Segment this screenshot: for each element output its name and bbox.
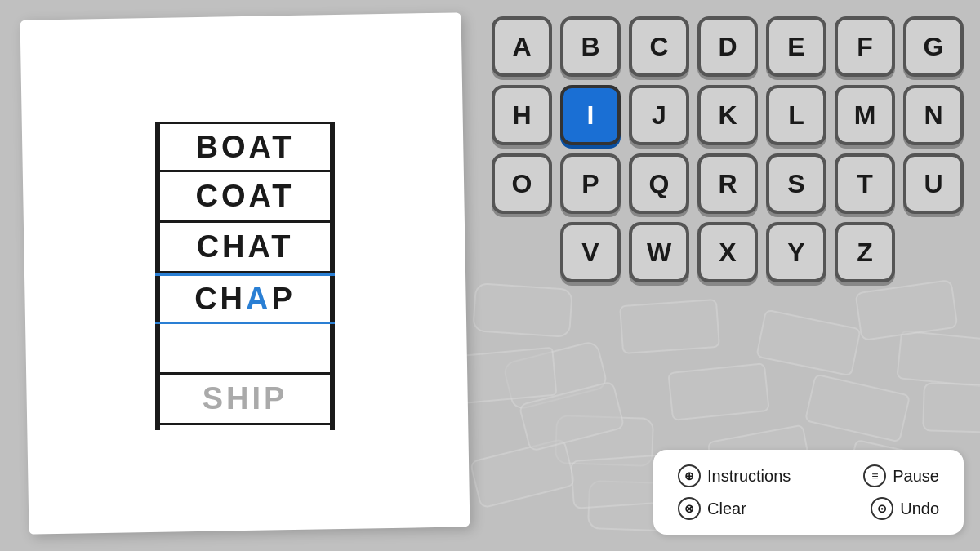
key-row: OPQRSTU	[492, 153, 964, 214]
control-clear[interactable]: ⊗Clear	[678, 497, 746, 520]
bg-tile	[896, 330, 980, 389]
word-row: CHAT	[155, 223, 335, 273]
pause-label: Pause	[893, 467, 939, 486]
word-letter: P	[272, 282, 296, 317]
key-Z[interactable]: Z	[835, 222, 895, 282]
bg-tile	[854, 279, 958, 341]
key-I[interactable]: I	[560, 85, 621, 145]
target-word: SHIP	[203, 381, 288, 416]
clear-label: Clear	[707, 500, 746, 518]
word-row: CHAP	[155, 273, 335, 324]
clear-icon: ⊗	[678, 497, 701, 520]
pause-icon: ≡	[863, 464, 886, 487]
word-letter: H	[220, 282, 246, 317]
word-text: COAT	[196, 179, 295, 214]
paper-panel: BOATCOATCHATCHAPXXXXSHIP	[20, 12, 470, 534]
control-instructions[interactable]: ⊕Instructions	[678, 464, 791, 487]
keyboard-grid: ABCDEFGHIJKLMNOPQRSTUVWXYZ	[492, 16, 964, 282]
ladder-rails: BOATCOATCHATCHAPXXXXSHIP	[155, 122, 335, 425]
key-U[interactable]: U	[903, 153, 964, 214]
key-X[interactable]: X	[697, 222, 758, 282]
key-V[interactable]: V	[560, 222, 621, 282]
bg-tile	[472, 282, 573, 338]
key-D[interactable]: D	[697, 16, 758, 77]
key-row: ABCDEFG	[492, 16, 964, 77]
key-P[interactable]: P	[560, 153, 621, 214]
key-B[interactable]: B	[560, 16, 621, 77]
word-ladder: BOATCOATCHATCHAPXXXXSHIP	[155, 122, 335, 425]
bg-tile	[804, 373, 911, 442]
bg-tile	[755, 309, 862, 377]
key-row: VWXYZ	[492, 222, 964, 282]
bg-tile	[667, 362, 769, 421]
bg-tile	[619, 299, 720, 354]
key-W[interactable]: W	[629, 222, 689, 282]
word-text: CHAT	[197, 229, 294, 264]
key-Y[interactable]: Y	[766, 222, 826, 282]
key-H[interactable]: H	[492, 85, 552, 145]
keyboard-area: ABCDEFGHIJKLMNOPQRSTUVWXYZ	[492, 16, 964, 282]
controls-row-2: ⊗Clear⊙Undo	[678, 497, 939, 520]
instructions-icon: ⊕	[678, 464, 701, 487]
bg-tile	[470, 438, 577, 509]
word-row: SHIP	[155, 375, 335, 425]
instructions-label: Instructions	[707, 467, 791, 486]
control-undo[interactable]: ⊙Undo	[871, 497, 939, 520]
undo-icon: ⊙	[871, 497, 893, 520]
key-J[interactable]: J	[629, 85, 689, 145]
key-A[interactable]: A	[492, 16, 552, 77]
key-L[interactable]: L	[766, 85, 826, 145]
controls-panel: ⊕Instructions≡Pause⊗Clear⊙Undo	[653, 450, 964, 535]
key-row: HIJKLMN	[492, 85, 964, 145]
bg-tile	[922, 382, 980, 433]
key-R[interactable]: R	[697, 153, 758, 214]
key-T[interactable]: T	[835, 153, 895, 214]
key-G[interactable]: G	[903, 16, 964, 77]
key-F[interactable]: F	[835, 16, 895, 77]
control-pause[interactable]: ≡Pause	[863, 464, 939, 487]
key-N[interactable]: N	[903, 85, 964, 145]
key-E[interactable]: E	[766, 16, 826, 77]
key-M[interactable]: M	[835, 85, 895, 145]
word-text: BOAT	[196, 130, 295, 165]
word-letter: A	[246, 282, 271, 317]
undo-label: Undo	[900, 500, 939, 518]
key-Q[interactable]: Q	[629, 153, 689, 214]
key-K[interactable]: K	[697, 85, 758, 145]
controls-row-1: ⊕Instructions≡Pause	[678, 464, 939, 487]
bg-tile	[456, 347, 558, 405]
word-row: COAT	[155, 172, 335, 223]
word-row: XXXX	[155, 324, 335, 375]
key-O[interactable]: O	[492, 153, 552, 214]
key-C[interactable]: C	[629, 16, 689, 77]
word-letter: C	[194, 282, 220, 317]
key-S[interactable]: S	[766, 153, 826, 214]
word-row: BOAT	[155, 122, 335, 172]
